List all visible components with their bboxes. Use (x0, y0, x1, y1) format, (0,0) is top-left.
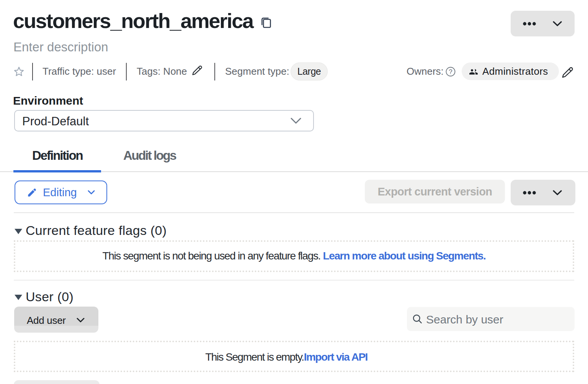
svg-text:?: ? (449, 68, 452, 75)
